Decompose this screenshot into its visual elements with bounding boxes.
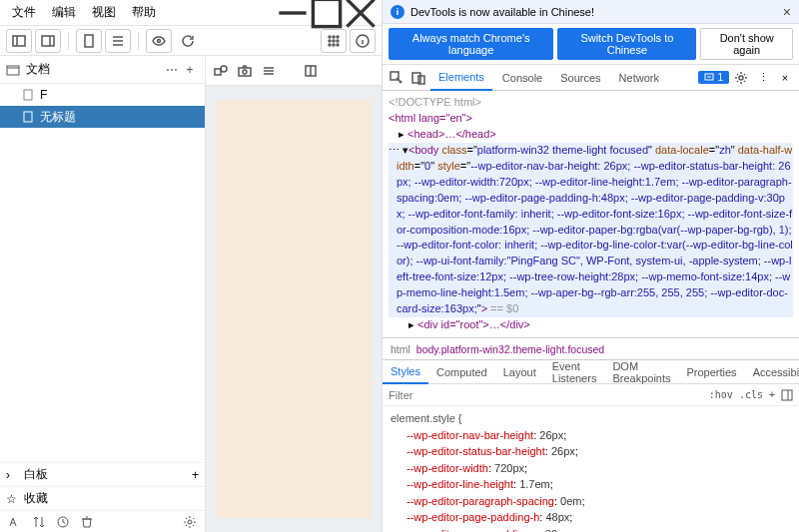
layout-sidebar-left-icon[interactable] [6, 29, 32, 53]
tab-elements[interactable]: Elements [430, 65, 492, 91]
svg-rect-3 [85, 35, 93, 47]
dom-tree[interactable]: <!DOCTYPE html> <html lang="en"> ▸ <head… [383, 91, 799, 338]
tree-item-label: F [40, 88, 47, 102]
close-icon[interactable]: × [775, 72, 795, 84]
dom-node[interactable]: ▸ <head>…</head> [389, 127, 793, 143]
tree-item[interactable]: F [0, 84, 205, 106]
sidebar-section-favorites[interactable]: ☆ 收藏 [0, 486, 205, 510]
sort-icon[interactable] [32, 515, 46, 529]
tab-layout[interactable]: Layout [495, 360, 544, 384]
breadcrumb[interactable]: html body.platform-win32.theme-light.foc… [383, 338, 799, 360]
svg-point-21 [221, 66, 227, 72]
sidebar-section-title: 文档 [26, 61, 163, 78]
eye-icon[interactable] [146, 29, 172, 53]
cls-toggle[interactable]: .cls [739, 389, 763, 400]
dom-node-selected[interactable]: ⋯ ▾<body class="platform-win32 theme-lig… [389, 143, 793, 317]
menu-icon[interactable] [262, 64, 276, 78]
svg-rect-17 [24, 112, 32, 122]
app-toolbar [0, 26, 382, 56]
svg-rect-2 [42, 36, 54, 46]
svg-point-13 [337, 44, 339, 46]
menu-view[interactable]: 视图 [84, 0, 124, 25]
tab-dom-breakpoints[interactable]: DOM Breakpoints [604, 360, 678, 384]
select-element-icon[interactable] [387, 71, 406, 85]
editor-canvas[interactable] [216, 100, 372, 518]
gear-icon[interactable] [183, 515, 197, 529]
devtools-language-buttons: Always match Chrome's language Switch De… [383, 24, 799, 65]
window-close-button[interactable] [344, 0, 378, 26]
text-size-icon[interactable] [8, 515, 22, 529]
device-toolbar-icon[interactable] [408, 71, 428, 85]
more-icon[interactable]: ⋮ [753, 71, 773, 84]
close-icon[interactable]: × [783, 4, 791, 20]
style-property[interactable]: --wp-editor-width: 720px; [391, 460, 791, 477]
window-maximize-button[interactable] [310, 0, 344, 26]
book-icon[interactable] [304, 64, 318, 78]
svg-rect-20 [215, 69, 221, 75]
statusbar [0, 510, 205, 532]
dom-node[interactable]: ▸ <div id="root">…</div> [389, 317, 793, 333]
tab-console[interactable]: Console [494, 65, 550, 91]
style-property[interactable]: --wp-editor-page-padding-v: 30px; [391, 526, 791, 532]
shapes-icon[interactable] [214, 64, 228, 78]
svg-point-6 [333, 36, 335, 38]
sidebar-section-whiteboard[interactable]: › 白板 + [0, 462, 205, 486]
svg-point-9 [333, 40, 335, 42]
styles-filter-row: :hov .cls + [383, 384, 799, 406]
info-icon[interactable] [350, 29, 376, 53]
svg-point-8 [329, 40, 331, 42]
tree-item-label: 无标题 [40, 109, 76, 126]
gear-icon[interactable] [731, 71, 751, 85]
always-match-language-button[interactable]: Always match Chrome's language [389, 28, 553, 60]
trash-icon[interactable] [80, 515, 94, 529]
dom-node[interactable]: <html lang="en"> [389, 111, 793, 127]
crumb-body[interactable]: body.platform-win32.theme-light.focused [416, 343, 604, 355]
document-icon[interactable] [76, 29, 102, 53]
tab-network[interactable]: Network [611, 65, 667, 91]
layout-sidebar-right-icon[interactable] [35, 29, 61, 53]
style-property[interactable]: --wp-editor-page-padding-h: 48px; [391, 509, 791, 526]
tab-computed[interactable]: Computed [428, 360, 495, 384]
dom-node[interactable]: <!DOCTYPE html> [389, 95, 793, 111]
menu-file[interactable]: 文件 [4, 0, 44, 25]
refresh-icon[interactable] [175, 29, 201, 53]
sidebar-section-docs[interactable]: 文档 ⋯ + [0, 56, 205, 84]
add-icon[interactable]: + [192, 468, 199, 482]
history-icon[interactable] [56, 515, 70, 529]
panel-toggle-icon[interactable] [781, 389, 793, 401]
styles-pane[interactable]: element.style { --wp-editor-nav-bar-heig… [383, 406, 799, 532]
svg-point-11 [329, 44, 331, 46]
devtools-tabs: Elements Console Sources Network 1 ⋮ × [383, 65, 799, 91]
styles-tabs: Styles Computed Layout Event Listeners D… [383, 360, 799, 384]
tree-item[interactable]: 无标题 [0, 106, 205, 128]
crumb-html[interactable]: html [391, 343, 410, 355]
document-tree: F 无标题 [0, 84, 205, 462]
camera-icon[interactable] [238, 64, 252, 78]
tab-event-listeners[interactable]: Event Listeners [544, 360, 605, 384]
list-icon[interactable] [105, 29, 131, 53]
switch-to-chinese-button[interactable]: Switch DevTools to Chinese [557, 28, 696, 60]
menu-edit[interactable]: 编辑 [44, 0, 84, 25]
tab-properties[interactable]: Properties [678, 360, 744, 384]
menu-help[interactable]: 帮助 [124, 0, 164, 25]
more-icon[interactable]: ⋯ [163, 63, 181, 77]
style-selector[interactable]: element.style { [391, 410, 791, 427]
window-minimize-button[interactable] [276, 0, 310, 26]
add-icon[interactable]: + [181, 63, 199, 77]
tab-styles[interactable]: Styles [383, 360, 428, 384]
svg-point-4 [158, 39, 161, 42]
styles-filter-input[interactable] [389, 389, 703, 401]
style-property[interactable]: --wp-editor-paragraph-spacing: 0em; [391, 493, 791, 510]
tab-accessibility[interactable]: Accessibility [745, 360, 799, 384]
style-property[interactable]: --wp-editor-status-bar-height: 26px; [391, 443, 791, 460]
dont-show-again-button[interactable]: Don't show again [700, 28, 793, 60]
grid-icon[interactable] [321, 29, 347, 53]
tab-sources[interactable]: Sources [552, 65, 608, 91]
svg-point-12 [333, 44, 335, 46]
issues-badge[interactable]: 1 [698, 71, 729, 84]
style-property[interactable]: --wp-editor-line-height: 1.7em; [391, 476, 791, 493]
style-property[interactable]: --wp-editor-nav-bar-height: 26px; [391, 427, 791, 444]
devtools-language-banner: i DevTools is now available in Chinese! … [383, 0, 799, 24]
hov-toggle[interactable]: :hov [709, 389, 733, 400]
add-rule-icon[interactable]: + [769, 389, 775, 400]
